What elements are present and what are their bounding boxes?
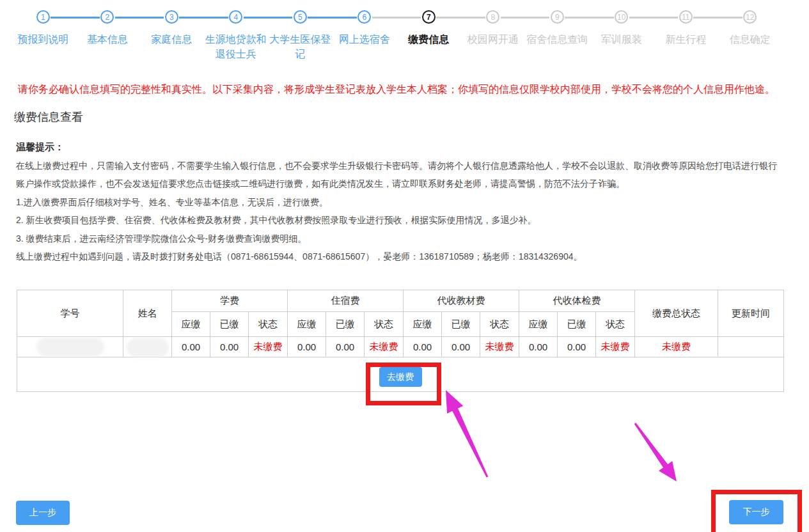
subcol-paid: 已缴: [210, 312, 249, 337]
cell-dorm-paid: 0.00: [326, 337, 365, 357]
cell-total-status: 未缴费: [635, 337, 718, 357]
step-label: 基本信息: [75, 32, 140, 47]
col-group-physical: 代收体检费: [519, 290, 635, 312]
step-label: 新生行程: [654, 32, 718, 47]
page-title: 缴费信息查看: [14, 109, 83, 125]
stepper: 1 预报到说明 2 基本信息 3 家庭信息 4 生源地贷款和退役士兵 5 大学生…: [11, 10, 782, 61]
subcol-status: 状态: [596, 312, 635, 337]
cell-tuition-status: 未缴费: [249, 337, 288, 357]
tips-item-3: 3. 缴费结束后，进云南经济管理学院微信公众号-财务缴费查询缴费明细。: [16, 230, 778, 248]
step-label: 校园网开通: [461, 32, 526, 47]
col-group-dorm: 住宿费: [288, 290, 404, 312]
step-circle-1: 1: [36, 10, 50, 24]
col-header-name: 姓名: [123, 290, 172, 337]
cell-textbook-status: 未缴费: [480, 337, 519, 357]
cell-tuition-due: 0.00: [172, 337, 210, 357]
subcol-status: 状态: [365, 312, 404, 337]
cell-physical-due: 0.00: [519, 337, 558, 357]
table-row: 0.00 0.00 未缴费 0.00 0.00 未缴费 0.00 0.00 未缴…: [17, 337, 784, 357]
annotation-box-next-step: [711, 490, 802, 532]
step-circle-8: 8: [486, 10, 499, 24]
cell-physical-status: 未缴费: [596, 337, 635, 357]
subcol-status: 状态: [480, 312, 519, 337]
arrow-to-go-pay-icon: [446, 390, 488, 478]
subcol-status: 状态: [249, 312, 288, 337]
stepper-step-12[interactable]: 12 信息确定: [718, 10, 783, 61]
step-circle-2: 2: [100, 10, 114, 24]
step-label: 大学生医保登记: [268, 32, 333, 61]
tips-contact: 线上缴费过程中如遇到问题，请及时拨打财务处电话（0871-68615944、08…: [16, 247, 778, 266]
col-group-tuition: 学费: [172, 290, 288, 312]
step-circle-9: 9: [551, 10, 564, 24]
arrow-to-next-step-icon: [634, 423, 677, 481]
cell-dorm-due: 0.00: [288, 337, 326, 357]
subcol-due: 应缴: [172, 312, 210, 337]
step-circle-7: 7: [422, 10, 436, 24]
step-circle-10: 10: [615, 10, 628, 24]
step-label: 信息确定: [718, 32, 783, 47]
subcol-due: 应缴: [519, 312, 558, 337]
tips-title: 温馨提示：: [16, 138, 778, 157]
col-group-textbook: 代收教材费: [404, 290, 519, 312]
enrollment-wizard-page: 1 预报到说明 2 基本信息 3 家庭信息 4 生源地贷款和退役士兵 5 大学生…: [0, 0, 809, 532]
step-circle-6: 6: [357, 10, 371, 24]
step-circle-11: 11: [679, 10, 693, 24]
step-label: 家庭信息: [139, 32, 204, 47]
cell-name-redacted: [123, 337, 172, 357]
cell-student-id-redacted: [17, 337, 123, 357]
step-label: 生源地贷款和退役士兵: [204, 32, 269, 61]
cell-tuition-paid: 0.00: [210, 337, 249, 357]
col-header-student-id: 学号: [17, 290, 123, 337]
tips-warning: 在线上缴费过程中，只需输入支付密码，不需要学生输入银行信息，也不会要求学生升级银…: [16, 157, 778, 193]
col-header-update-time: 更新时间: [718, 290, 784, 337]
tips-item-2: 2. 新生收费项目包括学费、住宿费、代收体检费及教材费，其中代收教材费按照录取专…: [16, 211, 778, 230]
step-circle-5: 5: [294, 10, 307, 24]
tips-item-1: 1.进入缴费界面后仔细核对学号、姓名、专业等基本信息，无误后，进行缴费。: [16, 193, 778, 212]
subcol-paid: 已缴: [442, 312, 480, 337]
step-circle-4: 4: [229, 10, 242, 24]
annotation-box-go-pay: [366, 363, 441, 405]
step-label: 网上选宿舍: [333, 32, 397, 47]
redaction-blur: [36, 338, 104, 356]
cell-physical-paid: 0.00: [558, 337, 596, 357]
payment-tips: 温馨提示： 在线上缴费过程中，只需输入支付密码，不需要学生输入银行信息，也不会要…: [16, 138, 778, 266]
subcol-paid: 已缴: [326, 312, 365, 337]
col-header-total-status: 缴费总状态: [635, 290, 718, 337]
step-circle-3: 3: [165, 10, 178, 24]
cell-dorm-status: 未缴费: [365, 337, 404, 357]
subcol-paid: 已缴: [558, 312, 596, 337]
step-circle-12: 12: [743, 10, 757, 24]
step-label: 军训服装: [590, 32, 654, 47]
cell-update-time: [718, 337, 784, 357]
redaction-blur: [127, 338, 169, 357]
step-label: 预报到说明: [11, 32, 75, 47]
cell-textbook-due: 0.00: [404, 337, 442, 357]
annotation-arrows-layer: [0, 0, 809, 532]
subcol-due: 应缴: [404, 312, 442, 337]
step-label: 缴费信息: [397, 32, 461, 47]
confidentiality-notice: 请你务必确认信息填写的完整性和真实性。以下采集内容，将形成学生登记表放入学生本人…: [18, 83, 795, 96]
previous-step-button[interactable]: 上一步: [16, 501, 70, 525]
step-label: 宿舍信息查询: [525, 32, 590, 47]
subcol-due: 应缴: [288, 312, 326, 337]
cell-textbook-paid: 0.00: [442, 337, 480, 357]
